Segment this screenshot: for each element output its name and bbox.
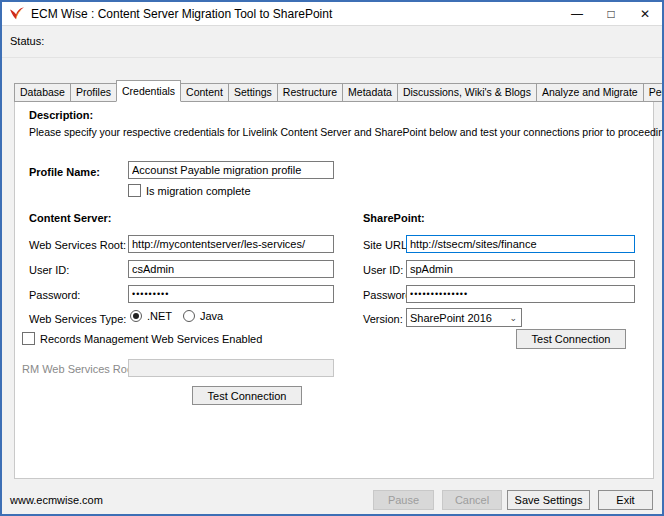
cs-web-services-root-input[interactable] bbox=[128, 235, 334, 253]
sp-version-label: Version: bbox=[363, 313, 403, 325]
description-text: Please specify your respective credentia… bbox=[29, 126, 664, 138]
save-settings-button[interactable]: Save Settings bbox=[507, 490, 590, 510]
window-title: ECM Wise : Content Server Migration Tool… bbox=[31, 7, 332, 21]
sp-password-input[interactable] bbox=[406, 285, 635, 303]
status-strip: Status: bbox=[2, 27, 662, 58]
rm-root-input bbox=[128, 359, 334, 377]
ws-type-net-label: .NET bbox=[147, 310, 172, 322]
content-server-heading: Content Server: bbox=[29, 212, 112, 224]
tab-discussions-wikis-blogs[interactable]: Discussions, Wiki's & Blogs bbox=[397, 83, 537, 102]
migration-complete-checkbox[interactable]: Is migration complete bbox=[128, 184, 251, 197]
app-logo-icon bbox=[9, 6, 25, 22]
sp-version-value: SharePoint 2016 bbox=[410, 312, 509, 324]
tab-analyze-and-migrate[interactable]: Analyze and Migrate bbox=[536, 83, 644, 102]
cs-test-connection-button[interactable]: Test Connection bbox=[192, 386, 302, 405]
rm-enabled-checkbox[interactable]: Records Management Web Services Enabled bbox=[22, 332, 262, 345]
rm-enabled-label: Records Management Web Services Enabled bbox=[40, 333, 262, 345]
status-label: Status: bbox=[10, 35, 44, 47]
credentials-tab-page: Description: Please specify your respect… bbox=[14, 101, 654, 479]
maximize-button[interactable]: □ bbox=[594, 2, 628, 26]
sp-version-select[interactable]: SharePoint 2016 ⌄ bbox=[406, 308, 522, 327]
cs-user-id-input[interactable] bbox=[128, 260, 334, 278]
sp-site-url-label: Site URL: bbox=[363, 239, 410, 251]
close-button[interactable]: ✕ bbox=[628, 2, 662, 26]
app-window: ECM Wise : Content Server Migration Tool… bbox=[0, 0, 664, 516]
chevron-down-icon: ⌄ bbox=[509, 313, 518, 323]
profile-name-label: Profile Name: bbox=[29, 166, 100, 178]
tab-database[interactable]: Database bbox=[14, 83, 71, 102]
cs-user-id-label: User ID: bbox=[29, 264, 69, 276]
tab-content[interactable]: Content bbox=[180, 83, 229, 102]
cs-web-services-type-label: Web Services Type: bbox=[29, 313, 126, 325]
description-heading: Description: bbox=[29, 109, 93, 121]
website-link[interactable]: www.ecmwise.com bbox=[10, 494, 103, 506]
sp-site-url-input[interactable] bbox=[406, 235, 635, 253]
cs-password-input[interactable] bbox=[128, 285, 334, 303]
exit-button[interactable]: Exit bbox=[598, 490, 653, 510]
migration-complete-label: Is migration complete bbox=[146, 185, 251, 197]
tab-credentials[interactable]: Credentials bbox=[116, 80, 181, 102]
tab-metadata[interactable]: Metadata bbox=[342, 83, 398, 102]
cs-password-label: Password: bbox=[29, 289, 80, 301]
sp-user-id-label: User ID: bbox=[363, 264, 403, 276]
sp-test-connection-button[interactable]: Test Connection bbox=[516, 329, 626, 349]
checkbox-box bbox=[128, 184, 141, 197]
checkbox-box bbox=[22, 332, 35, 345]
sharepoint-heading: SharePoint: bbox=[363, 212, 425, 224]
tab-settings[interactable]: Settings bbox=[228, 83, 278, 102]
cancel-button: Cancel bbox=[442, 490, 502, 510]
window-controls: — □ ✕ bbox=[560, 2, 662, 26]
cs-web-services-root-label: Web Services Root: bbox=[29, 239, 126, 251]
maximize-icon: □ bbox=[607, 7, 614, 21]
titlebar: ECM Wise : Content Server Migration Tool… bbox=[2, 2, 662, 26]
tab-permissions[interactable]: Permissions bbox=[643, 83, 664, 102]
ws-type-java-radio[interactable]: Java bbox=[183, 310, 223, 322]
close-icon: ✕ bbox=[640, 7, 650, 21]
tab-profiles[interactable]: Profiles bbox=[70, 83, 117, 102]
pause-button: Pause bbox=[373, 490, 434, 510]
minimize-icon: — bbox=[571, 7, 583, 21]
profile-name-input[interactable] bbox=[128, 161, 334, 179]
minimize-button[interactable]: — bbox=[560, 2, 594, 26]
sp-user-id-input[interactable] bbox=[406, 260, 635, 278]
radio-circle bbox=[130, 310, 142, 322]
ws-type-net-radio[interactable]: .NET bbox=[130, 310, 172, 322]
ws-type-java-label: Java bbox=[200, 310, 223, 322]
radio-circle bbox=[183, 310, 195, 322]
tab-strip: Database Profiles Credentials Content Se… bbox=[14, 80, 664, 102]
tab-restructure[interactable]: Restructure bbox=[277, 83, 343, 102]
rm-root-label: RM Web Services Root: bbox=[22, 363, 139, 375]
